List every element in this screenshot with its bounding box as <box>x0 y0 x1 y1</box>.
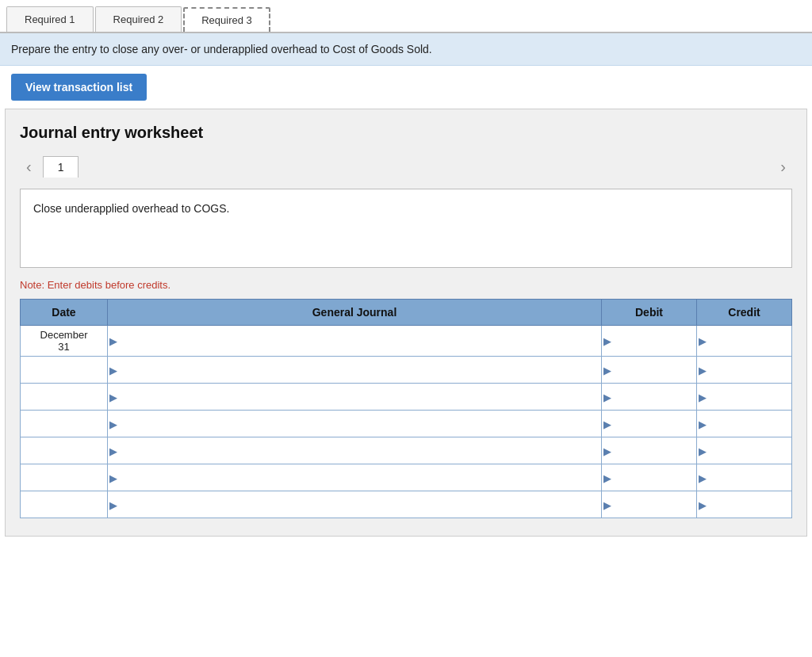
date-cell <box>21 464 108 491</box>
credit-cell[interactable]: ▶ <box>697 464 792 491</box>
view-transaction-list-button[interactable]: View transaction list <box>11 74 147 101</box>
arrow-icon: ▶ <box>603 418 611 430</box>
arrow-icon: ▶ <box>109 472 117 483</box>
credit-input[interactable] <box>697 491 791 518</box>
note-text: Note: Enter debits before credits. <box>20 279 792 291</box>
credit-input[interactable] <box>697 357 791 383</box>
tab-required2[interactable]: Required 2 <box>95 6 182 32</box>
debit-cell[interactable]: ▶ <box>602 384 697 411</box>
arrow-icon: ▶ <box>699 391 707 403</box>
date-cell <box>21 357 108 384</box>
date-cell <box>21 384 108 411</box>
credit-input[interactable] <box>697 464 791 491</box>
general-journal-cell[interactable]: ▶ <box>108 411 602 437</box>
credit-cell[interactable]: ▶ <box>697 357 792 384</box>
general-journal-cell[interactable]: ▶ <box>108 437 602 464</box>
general-journal-input[interactable] <box>108 357 601 383</box>
arrow-icon: ▶ <box>699 364 707 376</box>
debit-cell[interactable]: ▶ <box>602 437 697 464</box>
debit-cell[interactable]: ▶ <box>602 491 697 518</box>
debit-cell[interactable]: ▶ <box>602 326 697 357</box>
page-number: 1 <box>43 156 79 178</box>
date-cell: December 31 <box>21 326 108 357</box>
arrow-icon: ▶ <box>603 472 611 483</box>
table-row: ▶▶▶ <box>21 411 792 437</box>
debit-cell[interactable]: ▶ <box>602 464 697 491</box>
date-cell <box>21 491 108 518</box>
general-journal-input[interactable] <box>108 326 601 356</box>
debit-cell[interactable]: ▶ <box>602 411 697 437</box>
arrow-icon: ▶ <box>109 335 117 347</box>
credit-cell[interactable]: ▶ <box>697 437 792 464</box>
debit-input[interactable] <box>602 437 696 464</box>
col-header-debit: Debit <box>602 300 697 326</box>
general-journal-input[interactable] <box>108 464 601 491</box>
arrow-icon: ▶ <box>109 364 117 376</box>
credit-input[interactable] <box>697 326 791 356</box>
credit-cell[interactable]: ▶ <box>697 411 792 437</box>
arrow-icon: ▶ <box>699 335 707 347</box>
tab-required3[interactable]: Required 3 <box>183 7 270 32</box>
credit-cell[interactable]: ▶ <box>697 326 792 357</box>
arrow-icon: ▶ <box>603 445 611 456</box>
prev-page-arrow[interactable]: ‹ <box>20 155 38 179</box>
tabs-bar: Required 1 Required 2 Required 3 <box>0 0 812 33</box>
credit-cell[interactable]: ▶ <box>697 491 792 518</box>
general-journal-cell[interactable]: ▶ <box>108 464 602 491</box>
instruction-text: Prepare the entry to close any over- or … <box>11 43 432 55</box>
arrow-icon: ▶ <box>699 418 707 430</box>
table-row: ▶▶▶ <box>21 491 792 518</box>
arrow-icon: ▶ <box>603 364 611 376</box>
table-row: ▶▶▶ <box>21 357 792 384</box>
debit-cell[interactable]: ▶ <box>602 357 697 384</box>
debit-input[interactable] <box>602 384 696 410</box>
arrow-icon: ▶ <box>603 498 611 510</box>
date-cell <box>21 411 108 437</box>
debit-input[interactable] <box>602 491 696 518</box>
date-cell <box>21 437 108 464</box>
arrow-icon: ▶ <box>603 391 611 403</box>
general-journal-input[interactable] <box>108 384 601 410</box>
general-journal-cell[interactable]: ▶ <box>108 326 602 357</box>
col-header-date: Date <box>21 300 108 326</box>
general-journal-input[interactable] <box>108 411 601 437</box>
debit-input[interactable] <box>602 326 696 356</box>
table-row: ▶▶▶ <box>21 464 792 491</box>
debit-input[interactable] <box>602 411 696 437</box>
arrow-icon: ▶ <box>603 335 611 347</box>
tab-required1[interactable]: Required 1 <box>6 6 94 32</box>
arrow-icon: ▶ <box>109 445 117 456</box>
credit-input[interactable] <box>697 411 791 437</box>
worksheet-title: Journal entry worksheet <box>20 124 792 142</box>
general-journal-cell[interactable]: ▶ <box>108 384 602 411</box>
nav-row: ‹ 1 › <box>20 155 792 179</box>
col-header-credit: Credit <box>697 300 792 326</box>
arrow-icon: ▶ <box>699 445 707 456</box>
col-header-gj: General Journal <box>108 300 602 326</box>
arrow-icon: ▶ <box>699 472 707 483</box>
journal-table: Date General Journal Debit Credit Decemb… <box>20 299 792 518</box>
table-row: December 31▶▶▶ <box>21 326 792 357</box>
credit-input[interactable] <box>697 437 791 464</box>
arrow-icon: ▶ <box>109 391 117 403</box>
credit-cell[interactable]: ▶ <box>697 384 792 411</box>
worksheet-container: Journal entry worksheet ‹ 1 › Close unde… <box>5 109 807 537</box>
description-box: Close underapplied overhead to COGS. <box>20 189 792 268</box>
next-page-arrow[interactable]: › <box>774 155 792 179</box>
general-journal-input[interactable] <box>108 437 601 464</box>
general-journal-cell[interactable]: ▶ <box>108 491 602 518</box>
arrow-icon: ▶ <box>109 498 117 510</box>
table-row: ▶▶▶ <box>21 437 792 464</box>
arrow-icon: ▶ <box>699 498 707 510</box>
general-journal-cell[interactable]: ▶ <box>108 357 602 384</box>
description-text: Close underapplied overhead to COGS. <box>33 202 229 215</box>
arrow-icon: ▶ <box>109 418 117 430</box>
credit-input[interactable] <box>697 384 791 410</box>
action-bar: View transaction list <box>0 66 812 109</box>
instruction-bar: Prepare the entry to close any over- or … <box>0 33 812 66</box>
general-journal-input[interactable] <box>108 491 601 518</box>
debit-input[interactable] <box>602 464 696 491</box>
debit-input[interactable] <box>602 357 696 383</box>
table-row: ▶▶▶ <box>21 384 792 411</box>
